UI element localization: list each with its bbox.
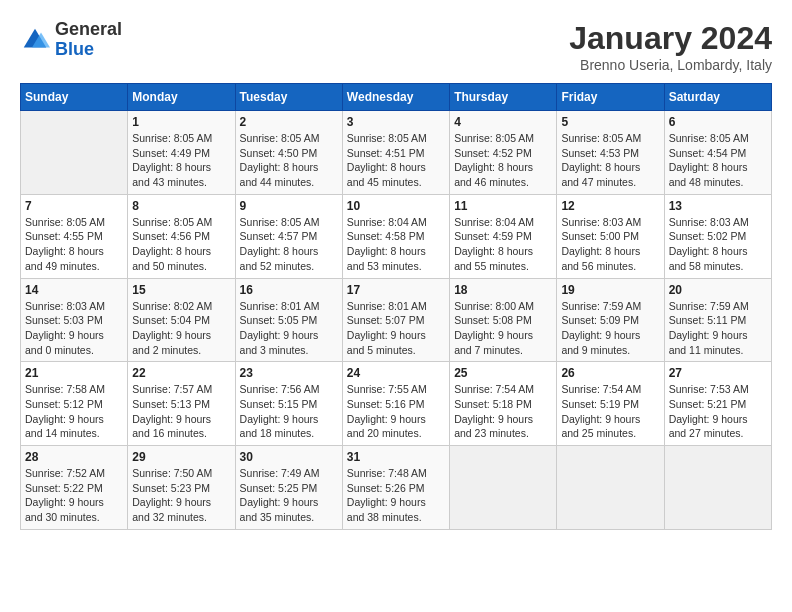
day-info: Sunrise: 7:56 AM Sunset: 5:15 PM Dayligh… (240, 382, 338, 441)
calendar-cell: 7Sunrise: 8:05 AM Sunset: 4:55 PM Daylig… (21, 194, 128, 278)
calendar-cell: 16Sunrise: 8:01 AM Sunset: 5:05 PM Dayli… (235, 278, 342, 362)
day-number: 17 (347, 283, 445, 297)
day-number: 15 (132, 283, 230, 297)
calendar-cell: 9Sunrise: 8:05 AM Sunset: 4:57 PM Daylig… (235, 194, 342, 278)
calendar-cell: 3Sunrise: 8:05 AM Sunset: 4:51 PM Daylig… (342, 111, 449, 195)
day-info: Sunrise: 8:05 AM Sunset: 4:49 PM Dayligh… (132, 131, 230, 190)
day-number: 1 (132, 115, 230, 129)
calendar-cell: 22Sunrise: 7:57 AM Sunset: 5:13 PM Dayli… (128, 362, 235, 446)
day-info: Sunrise: 8:05 AM Sunset: 4:54 PM Dayligh… (669, 131, 767, 190)
calendar-cell: 13Sunrise: 8:03 AM Sunset: 5:02 PM Dayli… (664, 194, 771, 278)
day-info: Sunrise: 7:55 AM Sunset: 5:16 PM Dayligh… (347, 382, 445, 441)
day-number: 28 (25, 450, 123, 464)
weekday-header-monday: Monday (128, 84, 235, 111)
day-info: Sunrise: 8:05 AM Sunset: 4:50 PM Dayligh… (240, 131, 338, 190)
calendar-cell: 21Sunrise: 7:58 AM Sunset: 5:12 PM Dayli… (21, 362, 128, 446)
day-number: 6 (669, 115, 767, 129)
day-info: Sunrise: 7:54 AM Sunset: 5:18 PM Dayligh… (454, 382, 552, 441)
day-info: Sunrise: 7:54 AM Sunset: 5:19 PM Dayligh… (561, 382, 659, 441)
page-header: General Blue January 2024 Brenno Useria,… (20, 20, 772, 73)
week-row-2: 7Sunrise: 8:05 AM Sunset: 4:55 PM Daylig… (21, 194, 772, 278)
day-info: Sunrise: 8:05 AM Sunset: 4:51 PM Dayligh… (347, 131, 445, 190)
calendar-cell: 20Sunrise: 7:59 AM Sunset: 5:11 PM Dayli… (664, 278, 771, 362)
day-info: Sunrise: 8:05 AM Sunset: 4:55 PM Dayligh… (25, 215, 123, 274)
day-info: Sunrise: 7:57 AM Sunset: 5:13 PM Dayligh… (132, 382, 230, 441)
day-number: 29 (132, 450, 230, 464)
logo-general: General (55, 20, 122, 40)
day-number: 18 (454, 283, 552, 297)
calendar-cell: 2Sunrise: 8:05 AM Sunset: 4:50 PM Daylig… (235, 111, 342, 195)
day-number: 10 (347, 199, 445, 213)
weekday-header-wednesday: Wednesday (342, 84, 449, 111)
calendar-cell: 8Sunrise: 8:05 AM Sunset: 4:56 PM Daylig… (128, 194, 235, 278)
day-number: 31 (347, 450, 445, 464)
calendar-cell: 19Sunrise: 7:59 AM Sunset: 5:09 PM Dayli… (557, 278, 664, 362)
day-number: 14 (25, 283, 123, 297)
calendar-cell: 18Sunrise: 8:00 AM Sunset: 5:08 PM Dayli… (450, 278, 557, 362)
day-number: 23 (240, 366, 338, 380)
day-info: Sunrise: 8:01 AM Sunset: 5:05 PM Dayligh… (240, 299, 338, 358)
calendar-cell (557, 446, 664, 530)
day-number: 8 (132, 199, 230, 213)
day-number: 27 (669, 366, 767, 380)
day-info: Sunrise: 8:04 AM Sunset: 4:59 PM Dayligh… (454, 215, 552, 274)
title-block: January 2024 Brenno Useria, Lombardy, It… (569, 20, 772, 73)
weekday-header-row: SundayMondayTuesdayWednesdayThursdayFrid… (21, 84, 772, 111)
day-info: Sunrise: 8:03 AM Sunset: 5:00 PM Dayligh… (561, 215, 659, 274)
logo-text: General Blue (55, 20, 122, 60)
day-info: Sunrise: 7:48 AM Sunset: 5:26 PM Dayligh… (347, 466, 445, 525)
day-number: 26 (561, 366, 659, 380)
day-info: Sunrise: 8:04 AM Sunset: 4:58 PM Dayligh… (347, 215, 445, 274)
day-info: Sunrise: 8:03 AM Sunset: 5:03 PM Dayligh… (25, 299, 123, 358)
day-number: 25 (454, 366, 552, 380)
day-number: 24 (347, 366, 445, 380)
day-info: Sunrise: 7:49 AM Sunset: 5:25 PM Dayligh… (240, 466, 338, 525)
calendar-cell: 31Sunrise: 7:48 AM Sunset: 5:26 PM Dayli… (342, 446, 449, 530)
day-info: Sunrise: 8:05 AM Sunset: 4:57 PM Dayligh… (240, 215, 338, 274)
weekday-header-friday: Friday (557, 84, 664, 111)
day-info: Sunrise: 7:50 AM Sunset: 5:23 PM Dayligh… (132, 466, 230, 525)
calendar-cell: 30Sunrise: 7:49 AM Sunset: 5:25 PM Dayli… (235, 446, 342, 530)
location-subtitle: Brenno Useria, Lombardy, Italy (569, 57, 772, 73)
calendar-cell: 27Sunrise: 7:53 AM Sunset: 5:21 PM Dayli… (664, 362, 771, 446)
logo-blue: Blue (55, 40, 122, 60)
day-number: 2 (240, 115, 338, 129)
day-info: Sunrise: 7:59 AM Sunset: 5:09 PM Dayligh… (561, 299, 659, 358)
calendar-cell: 26Sunrise: 7:54 AM Sunset: 5:19 PM Dayli… (557, 362, 664, 446)
calendar-cell: 11Sunrise: 8:04 AM Sunset: 4:59 PM Dayli… (450, 194, 557, 278)
weekday-header-thursday: Thursday (450, 84, 557, 111)
calendar-cell (21, 111, 128, 195)
day-info: Sunrise: 7:52 AM Sunset: 5:22 PM Dayligh… (25, 466, 123, 525)
day-info: Sunrise: 7:58 AM Sunset: 5:12 PM Dayligh… (25, 382, 123, 441)
day-number: 20 (669, 283, 767, 297)
calendar-cell: 5Sunrise: 8:05 AM Sunset: 4:53 PM Daylig… (557, 111, 664, 195)
calendar-cell: 17Sunrise: 8:01 AM Sunset: 5:07 PM Dayli… (342, 278, 449, 362)
month-title: January 2024 (569, 20, 772, 57)
day-info: Sunrise: 8:05 AM Sunset: 4:52 PM Dayligh… (454, 131, 552, 190)
day-number: 12 (561, 199, 659, 213)
calendar-cell: 25Sunrise: 7:54 AM Sunset: 5:18 PM Dayli… (450, 362, 557, 446)
calendar-cell: 4Sunrise: 8:05 AM Sunset: 4:52 PM Daylig… (450, 111, 557, 195)
calendar-cell: 24Sunrise: 7:55 AM Sunset: 5:16 PM Dayli… (342, 362, 449, 446)
day-number: 11 (454, 199, 552, 213)
day-number: 13 (669, 199, 767, 213)
calendar-cell: 15Sunrise: 8:02 AM Sunset: 5:04 PM Dayli… (128, 278, 235, 362)
day-number: 21 (25, 366, 123, 380)
day-info: Sunrise: 8:00 AM Sunset: 5:08 PM Dayligh… (454, 299, 552, 358)
day-number: 16 (240, 283, 338, 297)
logo-icon (20, 25, 50, 55)
calendar-cell: 28Sunrise: 7:52 AM Sunset: 5:22 PM Dayli… (21, 446, 128, 530)
weekday-header-saturday: Saturday (664, 84, 771, 111)
week-row-5: 28Sunrise: 7:52 AM Sunset: 5:22 PM Dayli… (21, 446, 772, 530)
weekday-header-sunday: Sunday (21, 84, 128, 111)
day-number: 4 (454, 115, 552, 129)
day-number: 9 (240, 199, 338, 213)
calendar-table: SundayMondayTuesdayWednesdayThursdayFrid… (20, 83, 772, 530)
day-number: 5 (561, 115, 659, 129)
day-info: Sunrise: 7:59 AM Sunset: 5:11 PM Dayligh… (669, 299, 767, 358)
day-number: 19 (561, 283, 659, 297)
calendar-cell: 14Sunrise: 8:03 AM Sunset: 5:03 PM Dayli… (21, 278, 128, 362)
calendar-cell (450, 446, 557, 530)
calendar-cell (664, 446, 771, 530)
week-row-4: 21Sunrise: 7:58 AM Sunset: 5:12 PM Dayli… (21, 362, 772, 446)
